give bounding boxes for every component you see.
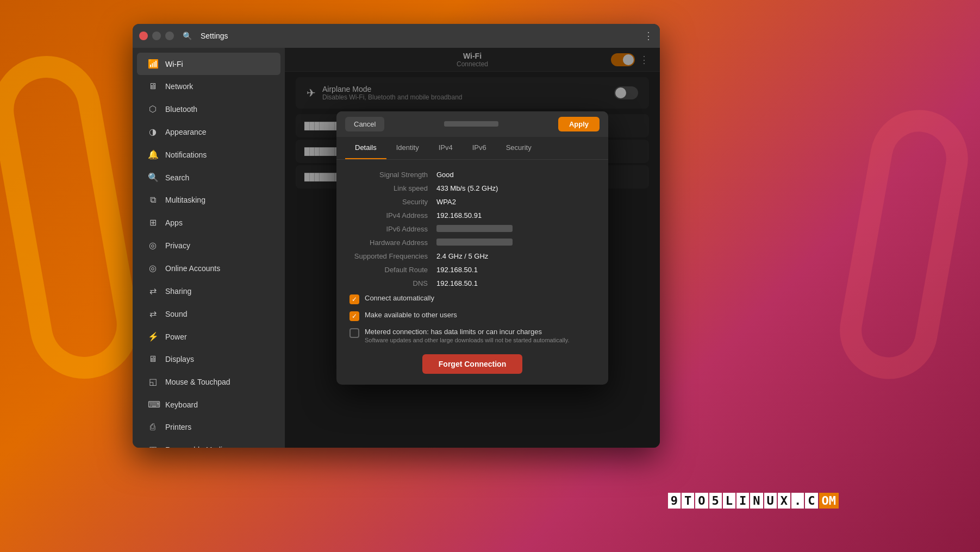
sidebar-item-appearance[interactable]: ◑ Appearance bbox=[137, 121, 280, 143]
ipv6-value bbox=[436, 225, 513, 232]
sidebar-item-sound[interactable]: ⇄ Sound bbox=[137, 303, 280, 325]
modal-overlay: Cancel Apply Details Identity IPv4 IPv6 … bbox=[285, 48, 660, 448]
sidebar-item-search[interactable]: 🔍 Search bbox=[137, 166, 280, 189]
sidebar-icon-privacy: ◎ bbox=[148, 240, 158, 250]
available-other-label: Make available to other users bbox=[365, 311, 457, 319]
sidebar-label-wifi: Wi-Fi bbox=[165, 60, 183, 68]
apply-button[interactable]: Apply bbox=[558, 117, 600, 131]
modal-content: Signal Strength Good Link speed 433 Mb/s… bbox=[336, 160, 608, 385]
maximize-button[interactable]: □ bbox=[165, 32, 174, 40]
content-area: Wi-Fi Connected ⋮ ✈ Airplane Mode Disabl… bbox=[285, 48, 660, 448]
hardware-value bbox=[436, 239, 513, 246]
sidebar-icon-keyboard: ⌨ bbox=[148, 399, 158, 410]
link-speed-value: 433 Mb/s (5.2 GHz) bbox=[436, 184, 498, 192]
sidebar-item-power[interactable]: ⚡ Power bbox=[137, 325, 280, 348]
signal-value: Good bbox=[436, 171, 454, 179]
frequencies-row: Supported Frequencies 2.4 GHz / 5 GHz bbox=[349, 252, 595, 260]
metered-sublabel: Software updates and other large downloa… bbox=[365, 337, 569, 343]
sidebar-icon-appearance: ◑ bbox=[148, 127, 158, 137]
sidebar-item-removable-media[interactable]: ◫ Removable Media bbox=[137, 438, 280, 448]
connect-auto-row: ✓ Connect automatically bbox=[349, 294, 595, 304]
security-label: Security bbox=[349, 198, 436, 206]
sidebar-label-sound: Sound bbox=[165, 310, 187, 318]
default-route-value: 192.168.50.1 bbox=[436, 266, 478, 274]
hardware-label: Hardware Address bbox=[349, 239, 436, 247]
sidebar-icon-sound: ⇄ bbox=[148, 309, 158, 319]
connect-auto-checkbox[interactable]: ✓ bbox=[349, 294, 359, 304]
metered-label: Metered connection: has data limits or c… bbox=[365, 328, 569, 336]
search-icon: 🔍 bbox=[183, 32, 192, 40]
connect-auto-label: Connect automatically bbox=[365, 294, 434, 302]
sidebar-label-search: Search bbox=[165, 173, 189, 182]
sidebar-item-printers[interactable]: ⎙ Printers bbox=[137, 416, 280, 438]
modal-titlebar: Cancel Apply bbox=[336, 111, 608, 137]
sidebar-item-online-accounts[interactable]: ◎ Online Accounts bbox=[137, 257, 280, 279]
metered-text: Metered connection: has data limits or c… bbox=[365, 328, 569, 343]
sidebar-label-sharing: Sharing bbox=[165, 287, 191, 296]
frequencies-value: 2.4 GHz / 5 GHz bbox=[436, 252, 488, 260]
sidebar-label-keyboard: Keyboard bbox=[165, 400, 198, 409]
settings-window: × − □ 🔍 Settings ⋮ 📶 Wi-Fi🖥 Network⬡ Blu… bbox=[133, 24, 660, 448]
sidebar-label-bluetooth: Bluetooth bbox=[165, 105, 197, 114]
available-other-checkbox[interactable]: ✓ bbox=[349, 311, 359, 321]
sidebar-icon-printers: ⎙ bbox=[148, 422, 158, 432]
sidebar-label-mouse-touchpad: Mouse & Touchpad bbox=[165, 378, 230, 386]
tab-details[interactable]: Details bbox=[345, 137, 386, 159]
wm-om: OM bbox=[819, 493, 839, 509]
wm-t: T bbox=[682, 493, 694, 509]
sidebar: 📶 Wi-Fi🖥 Network⬡ Bluetooth◑ Appearance🔔… bbox=[133, 48, 285, 448]
sidebar-label-notifications: Notifications bbox=[165, 150, 207, 159]
sidebar-item-wifi[interactable]: 📶 Wi-Fi bbox=[137, 53, 280, 75]
wm-dot: . bbox=[791, 493, 804, 509]
modal-tabs: Details Identity IPv4 IPv6 Security bbox=[336, 137, 608, 160]
metered-checkbox[interactable] bbox=[349, 328, 359, 338]
link-speed-label: Link speed bbox=[349, 184, 436, 192]
menu-icon[interactable]: ⋮ bbox=[644, 30, 653, 42]
tab-security[interactable]: Security bbox=[496, 137, 541, 159]
sidebar-item-sharing[interactable]: ⇄ Sharing bbox=[137, 280, 280, 302]
sidebar-icon-apps: ⊞ bbox=[148, 217, 158, 228]
link-speed-row: Link speed 433 Mb/s (5.2 GHz) bbox=[349, 184, 595, 192]
sidebar-item-multitasking[interactable]: ⧉ Multitasking bbox=[137, 189, 280, 211]
window-title: Settings bbox=[201, 32, 639, 40]
sidebar-label-removable-media: Removable Media bbox=[165, 446, 227, 448]
sidebar-icon-multitasking: ⧉ bbox=[148, 195, 158, 205]
wm-9: 9 bbox=[668, 493, 681, 509]
default-route-label: Default Route bbox=[349, 266, 436, 274]
sidebar-item-bluetooth[interactable]: ⬡ Bluetooth bbox=[137, 98, 280, 120]
sidebar-icon-sharing: ⇄ bbox=[148, 286, 158, 296]
sidebar-item-network[interactable]: 🖥 Network bbox=[137, 76, 280, 97]
sidebar-item-notifications[interactable]: 🔔 Notifications bbox=[137, 143, 280, 166]
sidebar-item-mouse-touchpad[interactable]: ◱ Mouse & Touchpad bbox=[137, 371, 280, 393]
tab-ipv6[interactable]: IPv6 bbox=[463, 137, 496, 159]
sidebar-label-appearance: Appearance bbox=[165, 128, 207, 136]
sidebar-item-privacy[interactable]: ◎ Privacy bbox=[137, 234, 280, 256]
dns-value: 192.168.50.1 bbox=[436, 279, 478, 287]
tab-identity[interactable]: Identity bbox=[386, 137, 429, 159]
watermark: 9 T O 5 L I N U X . C OM bbox=[668, 493, 839, 509]
sidebar-label-network: Network bbox=[165, 82, 193, 91]
sidebar-icon-search: 🔍 bbox=[148, 172, 158, 183]
hardware-row: Hardware Address bbox=[349, 239, 595, 247]
minimize-button[interactable]: − bbox=[152, 32, 161, 40]
sidebar-icon-power: ⚡ bbox=[148, 331, 158, 342]
sidebar-item-apps[interactable]: ⊞ Apps bbox=[137, 211, 280, 234]
ipv4-row: IPv4 Address 192.168.50.91 bbox=[349, 211, 595, 219]
metered-row: Metered connection: has data limits or c… bbox=[349, 328, 595, 343]
sidebar-label-online-accounts: Online Accounts bbox=[165, 264, 220, 273]
sidebar-label-power: Power bbox=[165, 333, 187, 341]
connection-detail-modal: Cancel Apply Details Identity IPv4 IPv6 … bbox=[336, 111, 608, 385]
cancel-button[interactable]: Cancel bbox=[345, 117, 384, 131]
forget-connection-button[interactable]: Forget Connection bbox=[422, 354, 522, 374]
sidebar-label-printers: Printers bbox=[165, 423, 191, 431]
tab-ipv4[interactable]: IPv4 bbox=[429, 137, 463, 159]
sidebar-icon-mouse-touchpad: ◱ bbox=[148, 377, 158, 387]
sidebar-item-displays[interactable]: 🖥 Displays bbox=[137, 348, 280, 370]
dns-label: DNS bbox=[349, 279, 436, 287]
sidebar-icon-network: 🖥 bbox=[148, 81, 158, 91]
close-button[interactable]: × bbox=[139, 32, 148, 40]
titlebar: × − □ 🔍 Settings ⋮ bbox=[133, 24, 660, 48]
ipv6-label: IPv6 Address bbox=[349, 225, 436, 233]
sidebar-item-keyboard[interactable]: ⌨ Keyboard bbox=[137, 393, 280, 416]
security-value: WPA2 bbox=[436, 198, 456, 206]
